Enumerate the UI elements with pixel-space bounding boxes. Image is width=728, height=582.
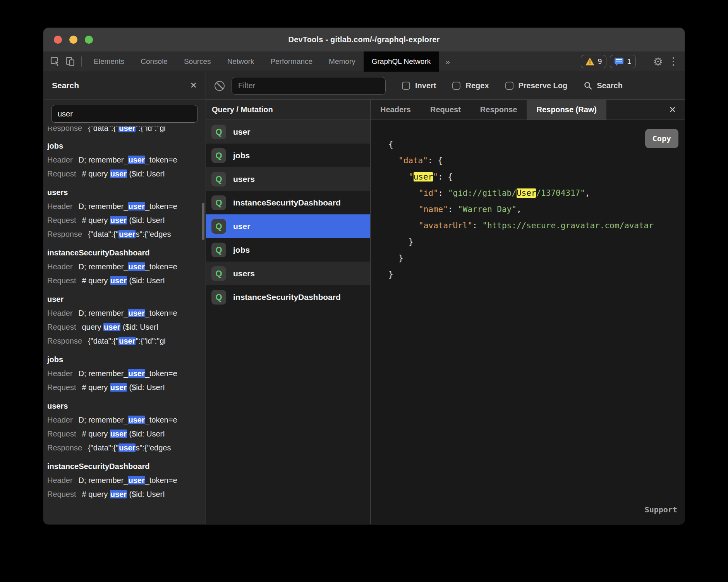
preserve-log-option[interactable]: Preserve Log (505, 81, 568, 90)
query-item-jobs[interactable]: Qjobs (206, 144, 370, 167)
filter-input[interactable] (232, 77, 386, 95)
query-item-instancesecuritydashboard[interactable]: QinstanceSecurityDashboard (206, 285, 370, 309)
search-result-line[interactable]: Response{"data":{"users":{"edges (47, 227, 206, 241)
search-result-line[interactable]: HeaderD; remember_user_token=e (47, 260, 206, 274)
match-highlight: user (118, 127, 136, 132)
warnings-badge[interactable]: 9 (581, 55, 607, 68)
result-line-value: {"data":{"users":{"edges (88, 230, 171, 238)
result-line-label: Header (47, 262, 73, 271)
content-row: Query / Mutation QuserQjobsQusersQinstan… (206, 100, 685, 524)
search-result-line[interactable]: Requestquery user ($id: UserI (47, 320, 206, 334)
response-tab-headers[interactable]: Headers (371, 100, 421, 120)
search-panel-scrollbar[interactable] (202, 203, 204, 240)
search-result-line[interactable]: Request# query user ($id: UserI (47, 213, 206, 227)
query-item-users[interactable]: Qusers (206, 167, 370, 191)
result-line-label: Response (47, 337, 82, 345)
text-segment: "https://secure.gravatar.com/avatar (482, 221, 654, 230)
search-result-line[interactable]: HeaderD; remember_user_token=e (47, 306, 206, 320)
response-tab-request[interactable]: Request (421, 100, 470, 120)
search-toggle[interactable]: Search (584, 81, 623, 90)
search-result-line[interactable]: Request# query user ($id: UserI (47, 167, 206, 181)
result-line-label: Request (47, 169, 76, 178)
match-highlight: user (128, 309, 145, 317)
more-options-icon[interactable] (668, 57, 678, 66)
search-result-line[interactable]: Response{"data":{"users":{"edges (47, 441, 206, 455)
search-panel: Search ✕ Response{"data":{"user":{"id":"… (43, 72, 206, 524)
copy-button[interactable]: Copy (645, 129, 678, 148)
support-link[interactable]: Support (645, 502, 677, 518)
toolbar-tab-sources[interactable]: Sources (176, 51, 219, 72)
query-item-instancesecuritydashboard[interactable]: QinstanceSecurityDashboard (206, 191, 370, 214)
text-segment: "data" (398, 156, 428, 165)
invert-checkbox[interactable] (402, 82, 410, 90)
match-highlight: user (118, 230, 136, 238)
result-line-label: Request (47, 276, 76, 285)
toolbar-separator (81, 56, 82, 67)
text-segment: : (438, 188, 448, 198)
minimize-window-button[interactable] (69, 36, 77, 44)
result-line-label: Header (47, 416, 73, 424)
search-result-line[interactable]: HeaderD; remember_user_token=e (47, 199, 206, 213)
match-highlight: user (128, 369, 145, 378)
close-window-button[interactable] (54, 36, 62, 44)
settings-gear-icon[interactable]: ⚙ (651, 55, 665, 68)
search-result-line[interactable]: Request# query user ($id: UserI (47, 274, 206, 288)
match-highlight: user (110, 276, 127, 285)
result-line-label: Header (47, 309, 73, 317)
inspect-element-icon[interactable] (48, 51, 63, 72)
query-item-jobs[interactable]: Qjobs (206, 238, 370, 262)
issues-badge[interactable]: 1 (610, 55, 636, 68)
json-line: } (388, 234, 685, 250)
query-item-label: jobs (233, 245, 250, 255)
query-item-user[interactable]: Quser (206, 214, 370, 238)
search-result-line[interactable]: Request# query user ($id: UserI (47, 427, 206, 441)
search-result-line[interactable]: Request# query user ($id: UserI (47, 380, 206, 394)
text-segment: # query (82, 430, 110, 438)
query-item-user[interactable]: Quser (206, 120, 370, 144)
more-tabs-chevron[interactable]: » (439, 51, 457, 72)
json-line: "user": { (388, 169, 685, 185)
search-result-line[interactable]: HeaderD; remember_user_token=e (47, 153, 206, 167)
response-tab-response-raw[interactable]: Response (Raw) (527, 100, 606, 120)
device-toolbar-icon[interactable] (63, 51, 77, 72)
regex-checkbox[interactable] (452, 82, 460, 90)
result-line-value: D; remember_user_token=e (79, 476, 177, 484)
result-line-label: Response (47, 443, 82, 452)
search-result-line[interactable]: Response{"data":{"user":{"id":"gi (47, 334, 206, 348)
text-segment: "name" (419, 205, 448, 214)
zoom-window-button[interactable] (85, 36, 93, 44)
query-item-users[interactable]: Qusers (206, 262, 370, 285)
toolbar-tab-elements[interactable]: Elements (86, 51, 132, 72)
search-input[interactable] (51, 105, 198, 123)
preserve-log-checkbox[interactable] (505, 82, 513, 90)
text-segment: ($id: UserI (127, 490, 165, 498)
text-segment: } (409, 237, 414, 246)
search-result-line[interactable]: HeaderD; remember_user_token=e (47, 473, 206, 487)
match-highlight: user (103, 323, 120, 331)
text-segment: D; remember_ (79, 202, 128, 211)
window-titlebar: DevTools - gitlab.com/-/graphql-explorer (43, 28, 685, 51)
toolbar-tab-memory[interactable]: Memory (321, 51, 364, 72)
response-tab-response[interactable]: Response (470, 100, 527, 120)
clear-log-icon[interactable] (215, 81, 225, 91)
close-search-panel-icon[interactable]: ✕ (190, 80, 197, 91)
devtools-tab-strip: ElementsConsoleSourcesNetworkPerformance… (86, 51, 439, 72)
toolbar-tab-console[interactable]: Console (132, 51, 176, 72)
search-result-clipped-line[interactable]: Response{"data":{"user":{"id":"gi (47, 127, 206, 134)
text-segment: # query (82, 276, 110, 285)
search-result-line[interactable]: HeaderD; remember_user_token=e (47, 366, 206, 380)
search-result-line[interactable]: HeaderD; remember_user_token=e (47, 413, 206, 427)
close-detail-icon[interactable]: ✕ (661, 100, 685, 120)
invert-option[interactable]: Invert (402, 81, 436, 90)
query-type-icon: Q (211, 290, 226, 305)
json-line: } (388, 266, 685, 282)
search-result-title: users (47, 185, 206, 199)
search-result-line[interactable]: Request# query user ($id: UserI (47, 487, 206, 501)
text-segment: D; remember_ (79, 476, 128, 484)
text-segment: ($id: UserI (120, 323, 158, 331)
text-segment: D; remember_ (79, 416, 128, 424)
toolbar-tab-performance[interactable]: Performance (262, 51, 321, 72)
regex-option[interactable]: Regex (452, 81, 489, 90)
toolbar-tab-graphql-network[interactable]: GraphQL Network (364, 51, 439, 72)
toolbar-tab-network[interactable]: Network (219, 51, 263, 72)
